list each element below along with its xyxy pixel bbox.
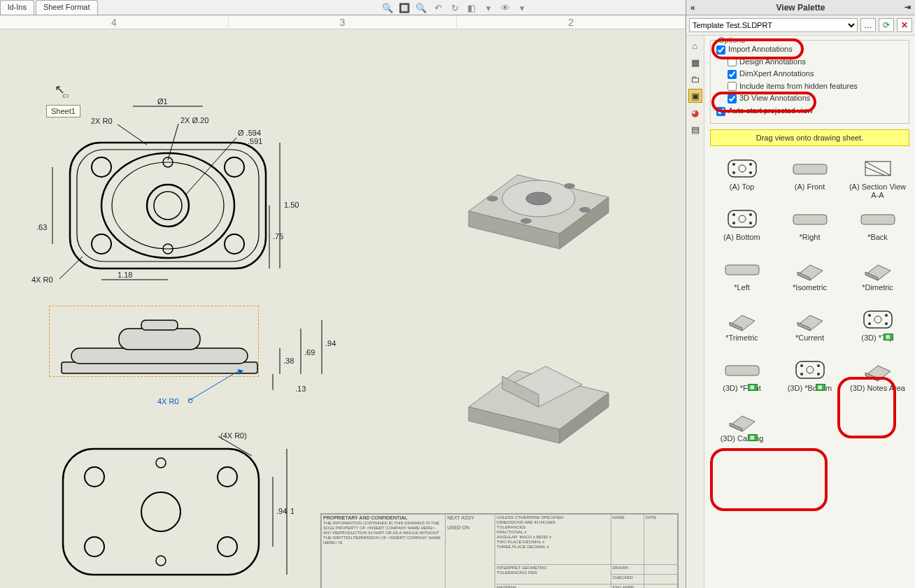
appearance-icon[interactable]: ▾ xyxy=(516,1,528,14)
zoom-window-icon[interactable]: 🔲 xyxy=(398,1,411,14)
view-thumb-trimetric[interactable]: *Trimetric xyxy=(710,307,774,350)
iso-view-1[interactable] xyxy=(448,134,630,274)
browse-button[interactable]: … xyxy=(860,18,876,32)
thumb-graphic xyxy=(723,257,762,282)
section-icon[interactable]: ◧ xyxy=(465,1,478,14)
view-thumb-left[interactable]: *Left xyxy=(710,257,774,300)
custom-props-icon[interactable]: ▤ xyxy=(688,122,702,136)
svg-text:Ø1: Ø1 xyxy=(157,97,168,106)
thumb-label: (A) Front xyxy=(795,182,825,199)
svg-point-113 xyxy=(800,364,803,367)
svg-text:1.89: 1.89 xyxy=(290,507,294,515)
thumb-label: (A) Bottom xyxy=(723,233,760,250)
thumb-label: *Dimetric xyxy=(862,283,893,300)
close-button[interactable]: ✕ xyxy=(897,18,912,32)
svg-line-86 xyxy=(865,167,885,175)
panel-title: View Palette xyxy=(776,3,825,13)
checkbox-3d-view-annotations[interactable]: 3D View Annotations xyxy=(715,92,905,105)
view-thumb-current[interactable]: *Current xyxy=(778,307,842,350)
svg-point-54 xyxy=(156,556,166,566)
svg-rect-93 xyxy=(793,215,827,224)
appearances-icon[interactable]: ◕ xyxy=(688,106,702,120)
ruler-mark: 2 xyxy=(457,15,686,29)
drawing-view-bottom[interactable]: (4X R0) .94 1.89 Ø3.31 xyxy=(42,421,294,588)
view-thumb-3d-casting[interactable]: ▦(3D) Casting xyxy=(710,408,774,451)
thumb-graphic xyxy=(790,307,830,332)
tab-sheet-format[interactable]: Sheet Format xyxy=(36,0,98,15)
svg-point-80 xyxy=(749,163,752,166)
tab-addins[interactable]: ld-Ins xyxy=(0,0,34,15)
svg-text:4X R0: 4X R0 xyxy=(31,275,53,282)
svg-point-53 xyxy=(156,458,166,468)
collapse-icon[interactable]: « xyxy=(690,3,695,13)
svg-point-112 xyxy=(807,366,814,373)
model-file-dropdown[interactable]: Template Test.SLDPRT xyxy=(689,18,858,32)
thumb-label: *Current xyxy=(795,334,824,350)
svg-point-107 xyxy=(885,314,888,317)
view-thumb-3d-top[interactable]: ▦(3D) *Top xyxy=(846,307,909,350)
drawing-canvas[interactable]: ↖▭ Sheet1 Ø1 2X R0 2X Ø.20 xyxy=(0,29,686,588)
options-legend: Options xyxy=(716,36,747,44)
refresh-button[interactable]: ⟳ xyxy=(879,18,894,32)
view-thumb-dimetric[interactable]: *Dimetric xyxy=(846,257,909,300)
iso-view-2[interactable] xyxy=(448,323,630,463)
home-icon[interactable]: ⌂ xyxy=(688,38,702,52)
svg-point-51 xyxy=(85,537,104,557)
task-pane-tabs: ⌂ ▦ 🗀 ▣ ◕ ▤ xyxy=(686,36,704,588)
design-library-icon[interactable]: ▦ xyxy=(688,55,702,69)
annotation-badge-icon: ▦ xyxy=(816,384,825,391)
annotation-badge-icon: ▦ xyxy=(748,434,758,441)
svg-rect-83 xyxy=(793,164,827,174)
undo-view-icon[interactable]: ↶ xyxy=(432,1,444,14)
thumb-graphic xyxy=(790,156,830,181)
drawing-view-top[interactable]: Ø1 2X R0 2X Ø.20 Ø .594 .591 1.50 .75 .6… xyxy=(28,73,308,282)
view-thumb-right[interactable]: *Right xyxy=(778,206,842,250)
view-thumb-3d-front[interactable]: ▦(3D) *Front xyxy=(710,357,774,401)
horizontal-ruler: 4 3 2 xyxy=(0,15,686,29)
view-palette-panel: « View Palette ⇥ Template Test.SLDPRT … … xyxy=(686,0,915,588)
thumb-graphic xyxy=(723,307,762,332)
svg-point-109 xyxy=(885,322,888,325)
view-thumb-3d-notes[interactable]: (3D) Notes Area xyxy=(846,357,909,401)
view-thumb-3d-bottom[interactable]: ▦(3D) *Bottom xyxy=(778,357,842,401)
svg-point-48 xyxy=(141,492,180,531)
hide-show-icon[interactable]: 👁 xyxy=(499,1,511,14)
pin-icon[interactable]: ⇥ xyxy=(905,3,911,12)
svg-point-106 xyxy=(868,314,871,317)
view-palette-icon[interactable]: ▣ xyxy=(688,89,702,103)
thumb-graphic xyxy=(723,156,762,181)
redo-view-icon[interactable]: ↻ xyxy=(448,1,461,14)
thumb-label: *Trimetric xyxy=(725,334,758,350)
view-thumb-isometric[interactable]: *Isometric xyxy=(778,257,842,300)
view-thumb-a-section[interactable]: (A) Section View A-A xyxy=(846,156,909,199)
drawing-view-front[interactable]: .94 .69 .38 .13 4X R0 xyxy=(42,301,336,420)
svg-point-4 xyxy=(147,185,189,227)
svg-rect-104 xyxy=(864,311,892,328)
svg-point-52 xyxy=(218,537,237,557)
svg-point-3 xyxy=(112,162,224,249)
file-explorer-icon[interactable]: 🗀 xyxy=(688,72,702,86)
svg-point-8 xyxy=(92,234,111,254)
view-thumb-a-bottom[interactable]: (A) Bottom xyxy=(710,206,774,250)
svg-point-6 xyxy=(92,157,111,177)
svg-line-28 xyxy=(59,257,83,279)
zoom-prev-icon[interactable]: 🔍 xyxy=(415,1,427,14)
svg-rect-34 xyxy=(141,320,178,330)
checkbox-import-annotations[interactable]: Import Annotations xyxy=(715,43,905,56)
checkbox-autostart-projected[interactable]: Auto-start projected view xyxy=(715,105,905,117)
svg-text:2X R0: 2X R0 xyxy=(91,117,113,125)
thumb-label: (3D) *Bottom xyxy=(788,384,832,401)
zoom-fit-icon[interactable]: 🔍 xyxy=(381,1,394,14)
thumb-graphic xyxy=(723,206,762,231)
view-thumb-a-front[interactable]: (A) Front xyxy=(778,156,842,199)
checkbox-design-annotations[interactable]: Design Annotations xyxy=(715,56,905,69)
thumb-label: *Right xyxy=(800,233,821,250)
checkbox-hidden-features[interactable]: Include items from hidden features xyxy=(715,80,905,93)
checkbox-dimxpert-annotations[interactable]: DimXpert Annotations xyxy=(715,68,905,80)
view-thumb-a-top[interactable]: (A) Top xyxy=(710,156,774,199)
svg-point-50 xyxy=(218,467,237,487)
svg-text:1.50: 1.50 xyxy=(284,201,299,209)
view-thumb-back[interactable]: *Back xyxy=(846,206,909,250)
thumb-graphic xyxy=(858,206,898,231)
display-style-icon[interactable]: ▾ xyxy=(482,1,495,14)
